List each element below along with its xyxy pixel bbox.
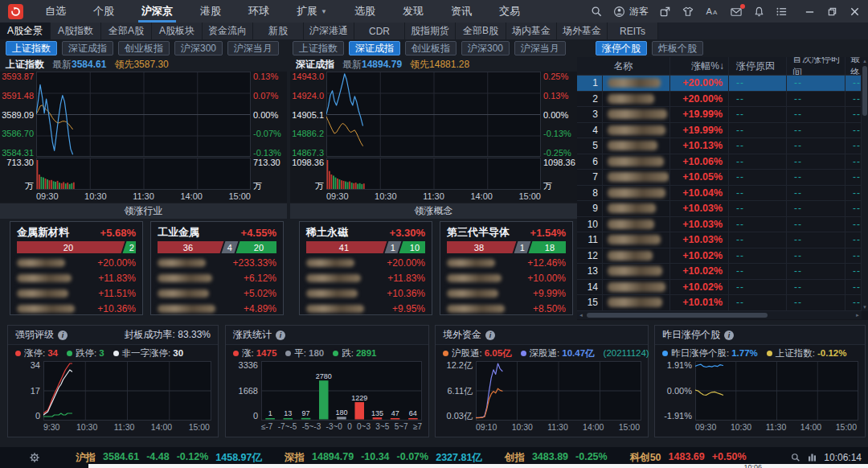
leading-stock-row[interactable]: +10.00% bbox=[447, 270, 566, 285]
leading-stock-row[interactable]: +11.51% bbox=[17, 285, 136, 301]
menu-item-6[interactable]: 选股 bbox=[341, 0, 389, 23]
mid-subtab-1[interactable]: 深证成指 bbox=[349, 41, 400, 55]
tab-4[interactable]: 资金流向 bbox=[203, 23, 253, 39]
search-icon[interactable] bbox=[591, 6, 603, 18]
menu-item-5[interactable]: 扩展▼ bbox=[283, 0, 341, 23]
table-row[interactable]: 8+10.04%------ bbox=[577, 186, 862, 202]
leading-stock-row[interactable]: +12.46% bbox=[447, 255, 566, 270]
menu-item-1[interactable]: 个股 bbox=[80, 0, 128, 23]
sz-index-chart[interactable]: 深证成指 最新14894.79 领先14881.28 14943.014924.… bbox=[290, 57, 577, 203]
left-subtab-4[interactable]: 沪深当月 bbox=[227, 41, 279, 55]
minimize-button[interactable] bbox=[805, 6, 815, 17]
restore-button[interactable] bbox=[827, 6, 837, 17]
menu-item-2[interactable]: 沪深京 bbox=[128, 0, 186, 23]
table-row[interactable]: 13+10.02%------ bbox=[577, 264, 862, 280]
menu-item-7[interactable]: 发现 bbox=[389, 0, 437, 23]
table-row[interactable]: 14+10.02%------ bbox=[577, 280, 862, 296]
popout-window-icon[interactable] bbox=[659, 6, 671, 18]
table-row[interactable]: 2+20.00%------ bbox=[577, 92, 862, 108]
horizontal-scrollbar[interactable]: ◄ ► bbox=[577, 311, 862, 319]
mid-subtab-4[interactable]: 沪深当月 bbox=[514, 41, 566, 55]
concept-card-0[interactable]: 稀土永磁+3.30%41110+20.00%+11.83%+10.36%+9.9… bbox=[299, 221, 432, 315]
col-header-pct[interactable]: 涨幅%↓ bbox=[670, 57, 729, 75]
mid-subtab-2[interactable]: 创业板指 bbox=[405, 41, 457, 55]
table-row[interactable]: 4+19.99%------ bbox=[577, 123, 862, 139]
mid-subtab-0[interactable]: 上证指数 bbox=[293, 41, 344, 55]
tab-3[interactable]: A股板块 bbox=[152, 23, 203, 39]
left-subtab-2[interactable]: 创业板指 bbox=[118, 41, 170, 55]
kline-connection-icon[interactable] bbox=[807, 453, 817, 462]
info-icon[interactable]: i bbox=[58, 330, 68, 340]
table-row[interactable]: 9+10.03%------ bbox=[577, 201, 862, 217]
tab-12[interactable]: REITs bbox=[608, 23, 658, 39]
tab-5[interactable]: 新股 bbox=[253, 23, 304, 39]
menu-item-9[interactable]: 交易 bbox=[485, 0, 534, 23]
table-row[interactable]: 6+10.06%------ bbox=[577, 154, 862, 170]
mini-search-icon[interactable] bbox=[791, 453, 800, 462]
menu-item-0[interactable]: 自选 bbox=[31, 0, 80, 23]
tab-9[interactable]: 全部B股 bbox=[456, 23, 506, 39]
tab-2[interactable]: 全部A股 bbox=[101, 23, 152, 39]
vertical-scrollbar[interactable]: ▲ ▼ bbox=[862, 57, 868, 311]
tab-11[interactable]: 场外基金 bbox=[557, 23, 608, 39]
tab-1[interactable]: A股指数 bbox=[51, 23, 101, 39]
app-logo-icon[interactable] bbox=[8, 4, 23, 19]
leading-stock-row[interactable]: +233.33% bbox=[158, 255, 276, 270]
table-row[interactable]: 12+10.02%------ bbox=[577, 248, 862, 265]
menu-item-8[interactable]: 资讯 bbox=[437, 0, 485, 23]
table-row[interactable]: 15+10.01%------ bbox=[577, 295, 862, 311]
leading-stock-row[interactable]: +10.36% bbox=[306, 285, 425, 301]
tab-0[interactable]: A股全景 bbox=[0, 23, 51, 39]
tab-7[interactable]: CDR bbox=[354, 23, 405, 39]
col-header-name[interactable]: 名称 bbox=[577, 57, 670, 75]
limit-subtab-0[interactable]: 涨停个股 bbox=[596, 41, 647, 55]
limit-subtab-1[interactable]: 炸板个股 bbox=[652, 41, 703, 55]
table-row[interactable]: 5+10.13%------ bbox=[577, 138, 862, 154]
sh-index-chart[interactable]: 上证指数 最新3584.61 领先3587.30 3593.873591.483… bbox=[0, 57, 287, 203]
leading-stock-row[interactable]: +6.12% bbox=[158, 270, 276, 285]
close-button[interactable] bbox=[850, 6, 860, 17]
scroll-down-arrow[interactable]: ▼ bbox=[862, 303, 868, 311]
font-size-icon[interactable]: AA bbox=[705, 6, 719, 18]
scroll-up-arrow[interactable]: ▲ bbox=[862, 57, 868, 65]
user-account[interactable]: 游客 bbox=[613, 5, 649, 18]
info-icon[interactable]: i bbox=[724, 330, 734, 340]
left-subtab-0[interactable]: 上证指数 bbox=[6, 41, 57, 55]
leading-stock-row[interactable]: +8.50% bbox=[447, 301, 566, 316]
industry-card-0[interactable]: 金属新材料+5.68%202+20.00%+11.83%+11.51%+10.3… bbox=[10, 221, 143, 315]
leading-stock-row[interactable]: +9.95% bbox=[306, 301, 425, 316]
leading-stock-row[interactable]: +10.36% bbox=[17, 301, 136, 316]
horizontal-scroll-thumb[interactable] bbox=[587, 313, 768, 318]
leading-stock-row[interactable]: +11.83% bbox=[17, 270, 136, 285]
info-icon[interactable]: i bbox=[485, 330, 495, 340]
leading-stock-row[interactable]: +5.02% bbox=[158, 285, 276, 301]
leading-stock-row[interactable]: +20.00% bbox=[17, 255, 136, 270]
table-row[interactable]: 10+10.03%------ bbox=[577, 217, 862, 233]
table-row[interactable]: 3+19.99%------ bbox=[577, 107, 862, 123]
left-subtab-1[interactable]: 深证成指 bbox=[62, 41, 113, 55]
concept-card-1[interactable]: 第三代半导体+1.54%38118+12.46%+10.00%+9.99%+8.… bbox=[440, 221, 573, 315]
tab-8[interactable]: 股指期货 bbox=[405, 23, 456, 39]
vertical-scroll-thumb[interactable] bbox=[862, 66, 867, 116]
table-row[interactable]: 7+10.05%------ bbox=[577, 170, 862, 186]
scroll-left-arrow[interactable]: ◄ bbox=[579, 312, 583, 318]
tab-6[interactable]: 沪深港通 bbox=[304, 23, 354, 39]
skin-theme-icon[interactable] bbox=[682, 6, 694, 18]
leading-stock-row[interactable]: +9.99% bbox=[447, 285, 566, 301]
list-menu-icon[interactable] bbox=[776, 6, 788, 18]
table-row[interactable]: 1+20.00%------ bbox=[577, 76, 862, 92]
col-header-first-time[interactable]: 首次涨停时间 bbox=[787, 57, 845, 75]
col-header-final[interactable]: 最终 bbox=[845, 57, 862, 75]
mail-icon[interactable] bbox=[730, 6, 743, 18]
mid-subtab-3[interactable]: 沪深300 bbox=[461, 41, 510, 55]
settings-gear-icon[interactable] bbox=[29, 452, 40, 463]
left-subtab-3[interactable]: 沪深300 bbox=[174, 41, 223, 55]
table-row[interactable]: 11+10.03%------ bbox=[577, 232, 862, 248]
bell-icon[interactable] bbox=[753, 6, 765, 18]
leading-stock-row[interactable]: +11.83% bbox=[306, 270, 425, 285]
info-icon[interactable]: i bbox=[276, 330, 285, 340]
col-header-reason[interactable]: 涨停原因 bbox=[729, 57, 787, 75]
tab-10[interactable]: 场内基金 bbox=[506, 23, 557, 39]
scroll-right-arrow[interactable]: ► bbox=[855, 312, 860, 318]
industry-card-1[interactable]: 工业金属+4.55%36420+233.33%+6.12%+5.02%+4.89… bbox=[150, 221, 284, 315]
